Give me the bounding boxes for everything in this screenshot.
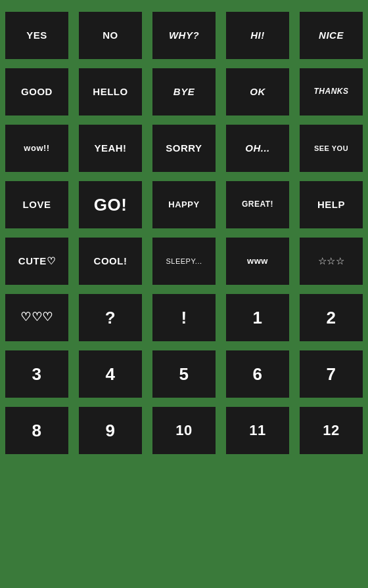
sticker-hello[interactable]: HELLO	[79, 68, 142, 116]
sticker-num2[interactable]: 2	[300, 294, 363, 341]
sticker-label-num5: 5	[179, 365, 189, 384]
sticker-sleepy[interactable]: SLEEPY...	[152, 238, 216, 285]
sticker-label-num9: 9	[106, 421, 116, 440]
sticker-num7[interactable]: 7	[300, 350, 363, 398]
sticker-label-go: GO!	[94, 196, 127, 215]
sticker-no[interactable]: NO	[79, 12, 142, 59]
sticker-label-good: GOOD	[21, 87, 53, 98]
sticker-label-cool: COOL!	[94, 256, 127, 267]
sticker-yes[interactable]: YES	[5, 12, 68, 59]
sticker-hearts[interactable]: ♡♡♡	[5, 294, 68, 341]
sticker-label-yes: YES	[26, 30, 47, 41]
sticker-happy[interactable]: HAPPY	[152, 181, 216, 228]
sticker-label-exclaim: !	[181, 308, 187, 327]
sticker-help[interactable]: HELP	[300, 181, 363, 228]
sticker-cool[interactable]: COOL!	[79, 238, 142, 285]
sticker-thanks[interactable]: THANKS	[300, 68, 363, 116]
sticker-great[interactable]: GREAT!	[226, 181, 289, 228]
sticker-num9[interactable]: 9	[79, 407, 142, 454]
sticker-seeyou[interactable]: SEE YOU	[300, 125, 363, 172]
sticker-label-sorry: SORRY	[166, 143, 202, 154]
sticker-go[interactable]: GO!	[79, 181, 142, 228]
sticker-ok[interactable]: OK	[226, 68, 289, 116]
sticker-sorry[interactable]: SORRY	[152, 125, 216, 172]
sticker-num12[interactable]: 12	[300, 407, 363, 454]
sticker-num8[interactable]: 8	[5, 407, 68, 454]
sticker-label-stars: ☆☆☆	[318, 256, 345, 267]
sticker-label-bye: BYE	[173, 87, 195, 98]
sticker-num11[interactable]: 11	[226, 407, 289, 454]
sticker-label-num3: 3	[32, 365, 42, 384]
sticker-question[interactable]: ?	[79, 294, 142, 341]
sticker-oh[interactable]: OH...	[226, 125, 289, 172]
sticker-label-help: HELP	[317, 200, 345, 211]
sticker-label-why: WHY?	[169, 30, 199, 41]
sticker-label-question: ?	[105, 308, 116, 327]
sticker-label-cute: CUTE♡	[18, 256, 55, 267]
sticker-nice[interactable]: NICE	[300, 12, 363, 59]
sticker-label-wow: wow!!	[24, 144, 49, 153]
sticker-label-hearts: ♡♡♡	[20, 311, 53, 324]
sticker-label-yeah: YEAH!	[94, 143, 126, 154]
sticker-label-num10: 10	[175, 423, 192, 438]
sticker-label-seeyou: SEE YOU	[314, 144, 348, 152]
sticker-label-www: www	[247, 257, 268, 266]
sticker-bye[interactable]: BYE	[152, 68, 216, 116]
sticker-good[interactable]: GOOD	[5, 68, 68, 116]
sticker-num4[interactable]: 4	[79, 350, 142, 398]
sticker-label-num7: 7	[327, 365, 336, 384]
sticker-why[interactable]: WHY?	[152, 12, 216, 59]
sticker-label-ok: OK	[250, 87, 265, 98]
sticker-label-num12: 12	[323, 423, 339, 438]
sticker-label-nice: NICE	[319, 30, 344, 41]
sticker-cute[interactable]: CUTE♡	[5, 238, 68, 285]
sticker-label-thanks: THANKS	[314, 87, 349, 96]
sticker-num6[interactable]: 6	[226, 350, 289, 398]
sticker-love[interactable]: LOVE	[5, 181, 68, 228]
sticker-label-num11: 11	[249, 423, 265, 438]
sticker-wow[interactable]: wow!!	[5, 125, 68, 172]
sticker-label-oh: OH...	[245, 143, 270, 154]
sticker-www[interactable]: www	[226, 238, 289, 285]
sticker-stars[interactable]: ☆☆☆	[300, 238, 363, 285]
sticker-label-num8: 8	[32, 421, 42, 440]
sticker-label-no: NO	[103, 30, 118, 41]
sticker-grid: YESNOWHY?HI!NICEGOODHELLOBYEOKTHANKSwow!…	[5, 12, 363, 454]
sticker-label-great: GREAT!	[242, 200, 273, 209]
sticker-label-num4: 4	[106, 365, 116, 384]
sticker-num1[interactable]: 1	[226, 294, 289, 341]
sticker-label-num1: 1	[253, 308, 263, 327]
sticker-label-num6: 6	[253, 365, 263, 384]
sticker-label-hi: HI!	[250, 30, 265, 41]
sticker-num5[interactable]: 5	[152, 350, 216, 398]
sticker-hi[interactable]: HI!	[226, 12, 289, 59]
sticker-label-happy: HAPPY	[168, 200, 199, 209]
sticker-yeah[interactable]: YEAH!	[79, 125, 142, 172]
sticker-num3[interactable]: 3	[5, 350, 68, 398]
sticker-exclaim[interactable]: !	[152, 294, 216, 341]
sticker-label-love: LOVE	[23, 200, 51, 211]
sticker-num10[interactable]: 10	[152, 407, 216, 454]
sticker-label-num2: 2	[327, 308, 336, 327]
sticker-label-sleepy: SLEEPY...	[166, 257, 202, 265]
sticker-label-hello: HELLO	[93, 87, 127, 98]
